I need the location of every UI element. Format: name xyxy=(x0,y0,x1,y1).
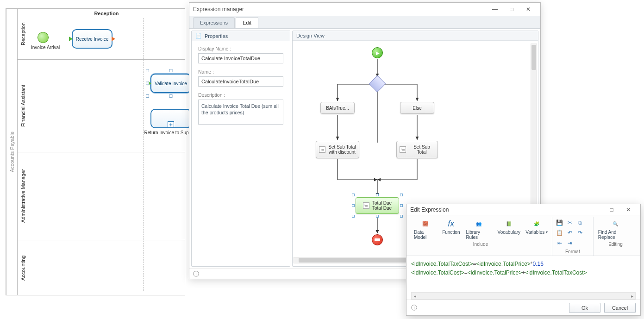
lane-title-financial: Financial Assistant xyxy=(17,60,28,152)
cancel-button[interactable]: Cancel xyxy=(604,303,636,313)
flow-node-baistrue[interactable]: BAIsTrue... xyxy=(320,102,355,114)
expression-editor[interactable]: <idInvoice.TotalTaxCost>=<idInvoice.Tota… xyxy=(406,256,640,292)
outdent-icon[interactable]: ⇤ xyxy=(556,239,563,247)
ribbon-button-label: Find And Replace xyxy=(598,230,633,240)
expr-token: <idInvoice.TotalCost> xyxy=(411,269,464,276)
flow-node-label: BAIsTrue... xyxy=(326,106,349,111)
action-icon: ≔ xyxy=(400,146,406,153)
ribbon-group-caption: Include xyxy=(473,242,488,247)
help-icon[interactable]: ⓘ xyxy=(411,304,417,312)
undo-icon[interactable]: ↶ xyxy=(566,229,574,237)
lane-administrative-manager: Administrative Manager xyxy=(17,152,185,240)
task-label xyxy=(170,116,172,121)
lane-title-reception: Reception xyxy=(17,9,28,59)
maximize-button[interactable]: □ xyxy=(603,206,620,213)
lane-title-admin: Administrative Manager xyxy=(17,152,28,240)
ribbon-button-label: Vocabulary xyxy=(498,230,520,235)
variables-icon: 🧩 xyxy=(531,219,543,229)
lane-title-accounting: Accounting xyxy=(17,240,28,295)
input-description[interactable]: Calculate Invoice Total Due (sum all the… xyxy=(198,100,283,125)
expr-token: <idInvoice.TotalTaxCost> xyxy=(411,261,473,267)
redo-icon[interactable]: ↷ xyxy=(576,229,584,237)
flow-node-set-subtotal-discount[interactable]: ≔ Set Sub Total with discount xyxy=(316,141,359,158)
flow-decision-node[interactable] xyxy=(369,75,386,93)
ribbon-button-library-rules[interactable]: 👥 Library Rules xyxy=(465,218,493,241)
data-model-icon: 🧱 xyxy=(419,219,431,229)
editor-horizontal-scrollbar[interactable]: ◂ ▸ xyxy=(411,292,636,300)
pool-title: Accounts Payable xyxy=(6,9,17,295)
label-name: Name : xyxy=(198,69,283,75)
scroll-left-button[interactable]: ◂ xyxy=(412,293,418,299)
tab-edit[interactable]: Edit xyxy=(236,17,258,28)
maximize-button[interactable]: □ xyxy=(503,6,520,13)
find-replace-icon: 🔍 xyxy=(609,219,621,229)
expr-token: 0.16 xyxy=(533,261,544,267)
ribbon-group-format: 💾 ✂ ⧉ 📋 ↶ ↷ ⇤ ⇥ Format xyxy=(552,217,594,256)
subprocess-marker-icon: ＋ xyxy=(168,121,174,128)
flow-node-label: Else xyxy=(413,106,421,111)
input-display-name[interactable]: Calculate InvoiceTotalDue xyxy=(198,53,283,63)
close-button[interactable]: ✕ xyxy=(620,206,637,213)
indent-icon[interactable]: ⇥ xyxy=(566,239,574,247)
flow-node-label: Set Sub Total xyxy=(409,144,435,155)
pane-header-properties: 📄 Properties xyxy=(192,31,290,41)
paste-icon[interactable]: 📋 xyxy=(556,229,563,237)
window-titlebar[interactable]: Edit Expression □ ✕ xyxy=(406,204,640,215)
task-return-invoice[interactable]: ＋ Return Invoice to Supplier xyxy=(150,109,191,128)
help-icon[interactable]: ⓘ xyxy=(193,270,199,278)
window-titlebar[interactable]: Expression manager — □ ✕ xyxy=(189,3,540,16)
flow-node-label: Total Due xyxy=(372,200,392,206)
flow-node-else[interactable]: Else xyxy=(400,102,434,114)
scrollbar-thumb[interactable] xyxy=(531,45,536,70)
ribbon-button-label: Function xyxy=(442,230,460,235)
tab-expressions[interactable]: Expressions xyxy=(193,17,235,28)
flow-end-node[interactable] xyxy=(372,234,383,245)
save-icon[interactable]: 💾 xyxy=(556,219,563,226)
ribbon: 🧱 Data Model fx Function 👥 Library Rules… xyxy=(406,215,640,256)
ribbon-button-label: Library Rules xyxy=(466,230,492,240)
flow-node-label-stack: Total Due Total Due xyxy=(372,200,392,211)
copy-icon[interactable]: ⧉ xyxy=(576,219,584,226)
flow-node-set-subtotal[interactable]: ≔ Set Sub Total xyxy=(396,141,438,158)
action-icon: ≔ xyxy=(363,202,369,209)
vocabulary-icon: 📗 xyxy=(503,219,515,229)
task-validate-invoice[interactable]: Validate Invoice xyxy=(150,74,191,93)
flow-node-label-2: Total Due xyxy=(372,206,392,211)
function-icon: fx xyxy=(445,219,457,229)
close-button[interactable]: ✕ xyxy=(520,6,537,13)
label-display-name: Display Name : xyxy=(198,46,283,51)
task-label: Receive Invoice xyxy=(76,37,109,42)
dialog-footer: ⓘ Ok Cancel xyxy=(406,300,640,315)
task-receive-invoice[interactable]: Receive Invoice xyxy=(72,29,113,49)
lane-financial-assistant: Financial Assistant Validate Invoice xyxy=(17,60,185,152)
ribbon-button-find-replace[interactable]: 🔍 Find And Replace xyxy=(597,218,634,241)
ribbon-button-variables[interactable]: 🧩 Variables ▾ xyxy=(525,218,548,236)
expr-token: = xyxy=(464,269,468,276)
minimize-button[interactable]: — xyxy=(487,6,503,13)
tabs: Expressions Edit xyxy=(189,16,540,29)
ribbon-button-function[interactable]: fx Function xyxy=(442,218,460,236)
expr-token: <idInvoice.TotalPrice> xyxy=(476,261,530,267)
properties-icon: 📄 xyxy=(195,33,202,39)
lane-reception: Reception Reception Invoice Arrival Rece… xyxy=(17,9,185,60)
flow-start-node[interactable] xyxy=(372,47,383,58)
pane-title: Properties xyxy=(205,33,228,39)
ok-button[interactable]: Ok xyxy=(569,303,600,313)
start-event-invoice-arrival[interactable] xyxy=(38,32,49,43)
ribbon-button-vocabulary[interactable]: 📗 Vocabulary xyxy=(497,218,521,236)
expr-token: <idInvoice.TotalPrice> xyxy=(468,269,522,276)
flow-node-total-due[interactable]: ≔ Total Due Total Due xyxy=(356,197,399,214)
cut-icon[interactable]: ✂ xyxy=(566,219,574,226)
ribbon-button-data-model[interactable]: 🧱 Data Model xyxy=(413,218,437,241)
phase-title: Reception xyxy=(28,11,185,16)
task-label: Validate Invoice xyxy=(155,81,187,86)
window-title: Expression manager xyxy=(193,6,244,13)
window-edit-expression[interactable]: Edit Expression □ ✕ 🧱 Data Model fx Func… xyxy=(406,204,641,316)
pane-properties: 📄 Properties Display Name : Calculate In… xyxy=(191,31,290,267)
chevron-down-icon: ▾ xyxy=(546,230,548,234)
scroll-right-button[interactable]: ▸ xyxy=(629,293,635,299)
sequence-in-icon xyxy=(148,81,151,86)
ribbon-button-label: Variables xyxy=(525,230,544,235)
pool-accounts-payable: Accounts Payable Reception Reception Inv… xyxy=(6,8,185,295)
input-name[interactable]: CalculateInvoiceTotalDue xyxy=(198,76,283,87)
